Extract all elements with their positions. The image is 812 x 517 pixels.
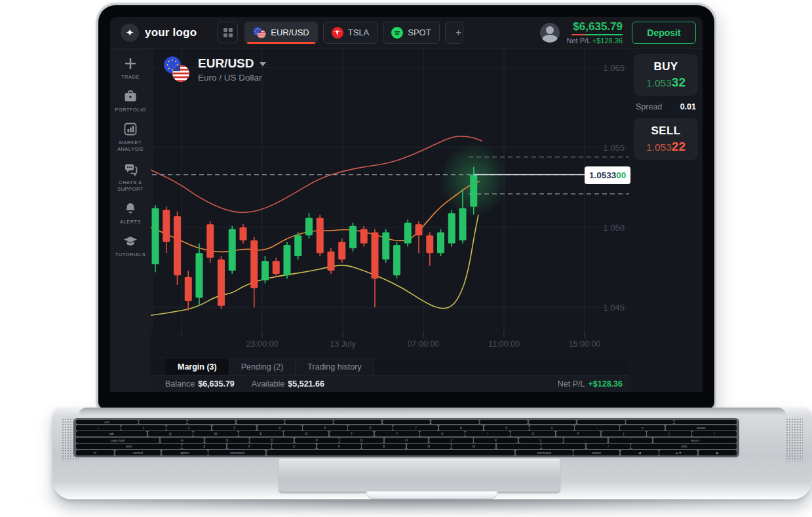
- x-axis-label: 13 July: [330, 339, 356, 349]
- y-axis-label: 1.055: [603, 143, 625, 153]
- top-bar: ✦ your logo: [110, 17, 703, 48]
- tab-pending[interactable]: Pending (2): [229, 358, 296, 375]
- x-axis-label: 11:00:00: [488, 339, 520, 349]
- candle-up: [349, 226, 357, 248]
- y-axis-label: 1.045: [603, 303, 625, 313]
- sell-button[interactable]: SELL 1.05322: [634, 118, 698, 160]
- keyboard-key: ▶: [699, 450, 737, 455]
- keyboard-key: A: [161, 438, 204, 443]
- buy-button[interactable]: BUY 1.05332: [634, 54, 698, 96]
- add-instrument-tab-button[interactable]: ＋: [445, 22, 463, 44]
- keyboard-key: ]: [647, 431, 691, 436]
- keyboard-key: E: [239, 431, 283, 436]
- keyboard-key: \: [692, 431, 737, 436]
- trading-app-window: ✦ your logo: [110, 17, 703, 392]
- sidebar-item-alerts[interactable]: ALERTS: [111, 201, 149, 225]
- keyboard-key: =: [620, 425, 665, 431]
- trade-panel: BUY 1.05332 Spread0.01 SELL 1.05322: [629, 48, 703, 392]
- candle-down: [317, 218, 324, 253]
- keyboard-key: option: [162, 450, 208, 455]
- candlestick-chart[interactable]: 1.0651.0551.0501.04523:00:0013 July07:00…: [151, 48, 629, 358]
- tab-spot[interactable]: SPOT: [383, 22, 439, 44]
- instrument-tabs: EUR/USD TSLA: [244, 22, 463, 44]
- candle-up: [437, 232, 444, 253]
- keyboard-key: ~: [76, 425, 121, 431]
- keyboard-key: [139, 420, 187, 424]
- candle-down: [426, 235, 433, 253]
- deposit-button[interactable]: Deposit: [632, 22, 696, 44]
- keyboard-key: /: [587, 444, 630, 449]
- keyboard-key: [577, 420, 625, 424]
- tab-eurusd[interactable]: EUR/USD: [244, 22, 318, 44]
- account-area: $6,635.79 Net P/L +$128.36 Deposit: [540, 21, 696, 45]
- candle-up: [152, 208, 159, 264]
- keyboard-key: I: [465, 431, 510, 436]
- keyboard-key: F: [295, 438, 339, 443]
- keyboard-key: [431, 420, 479, 424]
- instrument-symbol: EUR/USD: [198, 56, 254, 71]
- keyboard-key: command: [208, 450, 265, 455]
- candle-down: [328, 252, 335, 271]
- laptop-base: esc~1234567890-=deletetabQWERTYUIOP[]\ca…: [52, 408, 812, 499]
- keyboard-key: G: [339, 438, 383, 443]
- keyboard-key: [334, 420, 381, 424]
- keyboard-key: U: [420, 431, 465, 436]
- sidebar-item-trade[interactable]: TRADE: [111, 56, 149, 81]
- chart-column: 1.0651.0551.0501.04523:00:0013 July07:00…: [151, 48, 629, 392]
- current-price-tag: 1.053300: [585, 166, 630, 184]
- keyboard-key: 1: [121, 425, 166, 431]
- tab-tsla[interactable]: TSLA: [323, 22, 378, 44]
- candle-down: [250, 240, 258, 288]
- laptop-mockup: ✦ your logo: [0, 0, 812, 517]
- keyboard-key: 9: [484, 425, 529, 431]
- keyboard-key: O: [511, 431, 555, 436]
- tab-trading-history[interactable]: Trading history: [295, 358, 374, 375]
- candle-up: [196, 253, 203, 297]
- sidebar-item-portfolio[interactable]: PORTFOLIO: [111, 89, 149, 113]
- keyboard-key: [674, 420, 737, 424]
- keyboard-key: B: [362, 444, 406, 449]
- keyboard-key: [480, 420, 528, 424]
- candle-up: [294, 235, 301, 256]
- layout-grid-button[interactable]: [218, 22, 238, 43]
- balance-item: Balance$6,635.79: [165, 379, 235, 389]
- pl-ratio-bar: [571, 34, 623, 35]
- avatar-person-icon: [546, 26, 554, 34]
- keyboard-key: control: [115, 450, 161, 455]
- sidebar-item-market-analysis[interactable]: MARKET ANALYSIS: [111, 122, 149, 153]
- spotify-icon: [391, 27, 403, 39]
- candle-up: [284, 245, 291, 275]
- sidebar-item-tutorials[interactable]: TUTORIALS: [111, 234, 149, 258]
- instrument-selector[interactable]: EUR/USD: [198, 56, 266, 71]
- keyboard-key: ▲▼: [659, 450, 697, 455]
- chart-area[interactable]: 1.0651.0551.0501.04523:00:0013 July07:00…: [151, 48, 629, 358]
- keyboard-key: T: [330, 431, 374, 436]
- candle-up: [261, 261, 269, 280]
- user-avatar[interactable]: [540, 23, 560, 43]
- lid-open-notch: [366, 491, 497, 499]
- keyboard-row: caps lockASDFGHJKL;'return: [76, 438, 737, 443]
- y-axis-label: 1.065: [603, 63, 625, 73]
- keyboard-key: shift: [631, 444, 737, 449]
- keyboard-key: ◀: [621, 450, 659, 455]
- keyboard-key: Z: [182, 444, 226, 449]
- keyboard-key: Q: [148, 431, 193, 436]
- x-axis-label: 15:00:00: [569, 339, 601, 349]
- account-balance: $6,635.79: [566, 21, 623, 32]
- graduation-cap-icon: [123, 234, 138, 248]
- instrument-name: Euro / US Dollar: [198, 73, 266, 83]
- x-axis-label: 07:00:00: [408, 339, 440, 349]
- tab-margin[interactable]: Margin (3): [165, 358, 229, 375]
- tesla-icon: [332, 27, 343, 39]
- candle-down: [240, 227, 247, 240]
- candle-down: [206, 224, 214, 258]
- logo-icon: ✦: [121, 24, 139, 42]
- grid-icon: [223, 28, 233, 37]
- keyboard-key: N: [407, 444, 451, 449]
- tab-label: EUR/USD: [271, 28, 309, 37]
- keyboard-key: option: [573, 450, 619, 455]
- keyboard-key: [: [602, 431, 646, 436]
- candle-down: [185, 277, 192, 301]
- sidebar-item-chats-support[interactable]: CHATS & SUPPORT: [111, 162, 149, 193]
- balance-bar: Balance$6,635.79 Available$5,521.66 Net …: [151, 375, 629, 392]
